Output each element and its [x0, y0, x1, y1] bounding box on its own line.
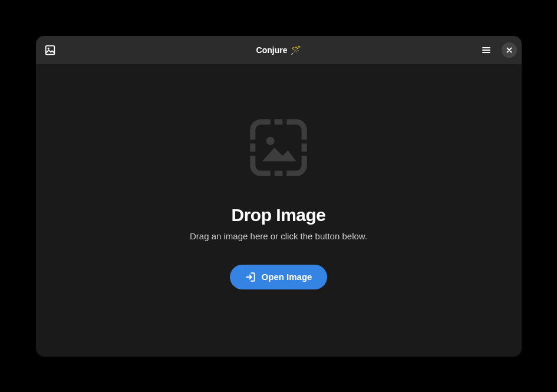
titlebar: Conjure 🪄 [36, 36, 522, 64]
titlebar-left [41, 41, 60, 60]
drop-subtext: Drag an image here or click the button b… [190, 231, 367, 241]
svg-rect-0 [45, 45, 54, 54]
image-placeholder-icon [245, 114, 312, 184]
image-picker-button[interactable] [41, 41, 60, 60]
svg-point-1 [47, 47, 49, 49]
open-button-label: Open Image [262, 272, 312, 282]
wand-icon: 🪄 [291, 45, 301, 55]
image-icon [45, 45, 55, 55]
app-window: Conjure 🪄 [36, 36, 522, 357]
hamburger-menu-button[interactable] [477, 41, 496, 60]
svg-point-2 [266, 137, 275, 145]
hamburger-icon [482, 45, 491, 55]
drop-heading: Drop Image [231, 205, 325, 225]
main-content[interactable]: Drop Image Drag an image here or click t… [36, 64, 522, 357]
titlebar-right [477, 41, 517, 60]
app-name-label: Conjure [256, 45, 288, 55]
app-title: Conjure 🪄 [256, 45, 301, 55]
open-icon [245, 272, 256, 282]
close-icon [506, 47, 513, 54]
open-image-button[interactable]: Open Image [230, 265, 328, 289]
close-button[interactable] [502, 42, 517, 58]
